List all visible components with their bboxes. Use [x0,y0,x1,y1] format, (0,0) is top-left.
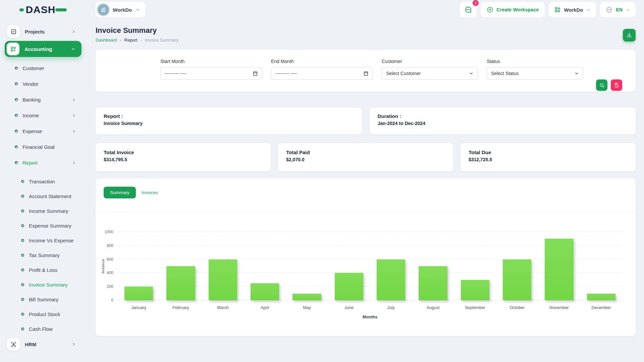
sidebar-item-financial-goal[interactable]: Financial Goal [0,139,86,155]
search-icon [599,82,605,88]
bar-january[interactable] [124,287,153,300]
bullet-icon [15,130,18,133]
sidebar-item-label: Profit & Loss [29,267,76,273]
bar-september[interactable] [461,280,489,300]
chevron-down-icon [626,8,630,12]
bar-june[interactable] [335,273,363,300]
workdo-menu-button[interactable]: WorkDo [549,2,596,17]
start-month-input[interactable]: --------- ---- [160,67,262,80]
download-button[interactable] [623,29,636,42]
x-axis-title: Months [118,315,622,319]
chevron-right-icon [72,161,76,165]
dash-logo[interactable]: DASH [19,4,66,15]
bar-march[interactable] [209,259,237,300]
sidebar-item-invoice-summary[interactable]: Invoice Summary [0,277,86,292]
end-month-placeholder: --------- ---- [275,71,297,76]
breadcrumb-report[interactable]: Report [124,38,138,43]
x-tick-label: February [160,305,202,310]
sidebar-item-tax-summary[interactable]: Tax Summary [0,248,86,262]
sidebar-item-cash-flow[interactable]: Cash Flow [0,321,86,336]
report-info-card: Report : Invoice Summary [96,108,362,134]
sidebar-item-report[interactable]: Report [0,155,86,171]
sidebar-item-expense[interactable]: Expense [0,123,86,139]
messages-button[interactable]: 0 [460,2,477,17]
bar-may[interactable] [292,294,321,300]
bar-august[interactable] [419,266,447,300]
tab-summary[interactable]: Summary [104,187,136,198]
x-tick-label: September [454,305,496,310]
sidebar-item-hrm[interactable]: HRM [0,337,86,352]
sidebar-item-income[interactable]: Income [0,108,86,123]
checkbox-icon [7,25,20,38]
sidebar-item-projects[interactable]: Projects [0,24,86,39]
x-axis-ticks [118,300,622,302]
bullet-icon [15,114,18,117]
top-header: DASH WorkDo 0 Create Workspace WorkDo EN [0,0,644,19]
bar-april[interactable] [251,283,279,300]
bar-october[interactable] [503,259,531,300]
sidebar-item-profit-loss[interactable]: Profit & Loss [0,262,86,277]
duration-info-title: Duration : [378,113,628,119]
bar-december[interactable] [587,294,615,300]
grid-plus-icon [554,6,561,13]
sidebar-item-vendor[interactable]: Vendor [0,76,86,92]
sidebar-item-income-summary[interactable]: Income Summary [0,203,86,218]
sidebar-item-bill-summary[interactable]: Bill Summary [0,292,86,307]
apply-filter-button[interactable] [596,79,607,91]
y-tick-label: 800 [107,243,113,248]
calendar-icon[interactable] [253,71,258,76]
bar-november[interactable] [545,239,573,300]
reset-filter-button[interactable] [611,79,622,91]
bullet-icon [21,239,24,242]
workdo-menu-label: WorkDo [564,7,583,13]
workspace-name: WorkDo [113,7,132,13]
breadcrumb-dashboard[interactable]: Dashboard [96,38,117,43]
breadcrumb: Dashboard › Report › Invoice Summary [96,38,178,43]
sidebar-item-account-statement[interactable]: Account Statement [0,189,86,203]
logo-accent-right [55,8,67,11]
chevron-right-icon [71,29,76,34]
language-selector[interactable]: EN [600,2,636,17]
end-month-input[interactable]: --------- ---- [271,67,373,80]
workspace-selector[interactable]: WorkDo [96,2,146,17]
x-tick-label: January [118,305,160,310]
sidebar-item-label: Report [22,160,72,166]
sidebar-item-transaction[interactable]: Transaction [0,174,86,189]
end-month-label: End Month [271,59,373,64]
create-workspace-button[interactable]: Create Workspace [481,2,545,17]
x-tick-label: June [328,305,370,310]
sidebar-item-label: Income Summary [29,208,76,214]
sidebar-item-income-vs-expense[interactable]: Income Vs Expense [0,233,86,248]
start-month-placeholder: --------- ---- [165,71,186,76]
logo-text: DASH [25,4,55,15]
sidebar-item-customer[interactable]: Customer [0,60,86,76]
status-select[interactable]: Select Status [487,67,583,80]
tab-invoices[interactable]: Invoices [142,190,158,195]
sidebar-item-expense-summary[interactable]: Expense Summary [0,218,86,233]
sidebar-item-banking[interactable]: Banking [0,92,86,108]
bar-february[interactable] [166,266,195,300]
bar-july[interactable] [377,259,405,300]
bullet-icon [21,180,24,183]
y-axis-title: Invoice [96,232,118,300]
sidebar-item-label: Income Vs Expense [29,238,76,243]
breadcrumb-current: Invoice Summary [145,38,178,43]
building-icon [100,7,106,13]
chevron-down-icon [136,7,140,12]
total-due-label: Total Due [469,149,628,155]
sidebar-item-product-stock[interactable]: Product Stock [0,307,86,321]
total-due-card: Total Due $312,725.5 [461,143,636,171]
total-invoice-label: Total Invoice [104,149,263,155]
calendar-icon[interactable] [363,71,369,76]
page-title: Invoice Summary [96,26,178,35]
bullet-icon [21,195,24,198]
tab-bar: Summary Invoices [96,187,636,198]
customer-select[interactable]: Select Customer [382,67,478,80]
chart-bars [118,232,622,300]
duration-info-card: Duration : Jan-2024 to Dec-2024 [370,108,636,134]
sidebar-item-accounting[interactable]: Accounting [5,41,82,57]
chevron-down-icon [469,71,474,76]
breadcrumb-separator: › [120,38,121,43]
x-tick-label: May [286,305,328,310]
bullet-icon [21,283,24,286]
